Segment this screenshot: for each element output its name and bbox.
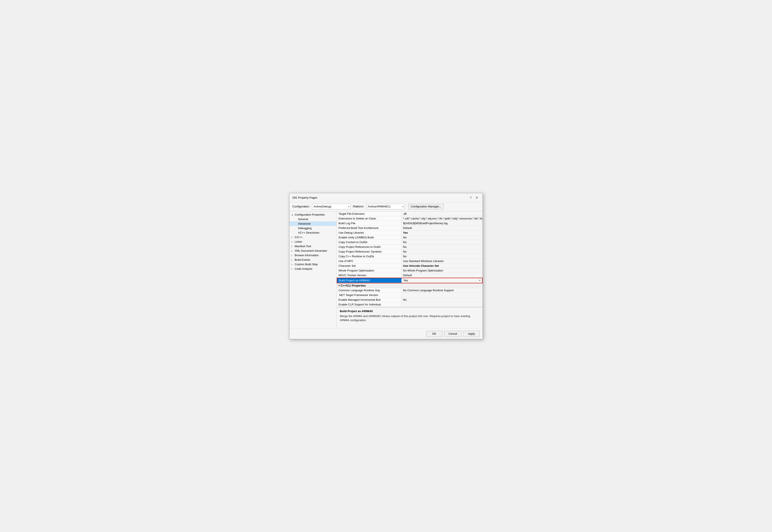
description-title: Build Project as ARM64X bbox=[340, 310, 480, 313]
prop-name-highlighted-14: Build Project as ARM64X bbox=[337, 278, 402, 283]
prop-row-18: Enable Managed Incremental BuilNo bbox=[337, 297, 483, 302]
section-value-15 bbox=[401, 283, 483, 288]
configuration-bar: Configuration: Active(Debug) Platform: A… bbox=[289, 202, 483, 211]
platform-select-wrapper: Active(ARM64EC) bbox=[366, 204, 405, 209]
expand-icon-10: ▷ bbox=[291, 259, 294, 261]
tree-item-0[interactable]: ▲Configuration Properties bbox=[289, 212, 336, 217]
prop-name-3: Preferred Build Tool Architecture bbox=[337, 226, 401, 230]
tree-item-5[interactable]: ▷C/C++ bbox=[289, 235, 336, 239]
tree-item-label-6: Linker bbox=[294, 240, 302, 243]
prop-value-4: Yes bbox=[401, 230, 483, 235]
apply-button[interactable]: Apply bbox=[464, 331, 480, 337]
prop-row-10: Use of MFCUse Standard Windows Libraries bbox=[337, 259, 483, 264]
prop-name-19: Enable CLR Support for Individual bbox=[337, 302, 401, 307]
prop-value-11: Use Unicode Character Set bbox=[401, 264, 483, 268]
prop-name-8: Copy Project References' Symbols bbox=[337, 249, 401, 254]
prop-row-5: Enable Unity (JUMBO) BuildNo bbox=[337, 235, 483, 240]
prop-value-0: .dll bbox=[401, 212, 483, 216]
left-panel-tree: ▲Configuration PropertiesGeneralAdvanced… bbox=[289, 212, 337, 328]
section-header-15: ▾C++/CLI Properties bbox=[337, 283, 483, 288]
property-pages-dialog: Dll1 Property Pages ? ✕ Configuration: A… bbox=[289, 193, 483, 339]
right-panel: Target File Extension.dllExtensions to D… bbox=[337, 212, 483, 328]
prop-row-2: Build Log File$(IntDir)$(MSBuildProjectN… bbox=[337, 221, 483, 226]
prop-value-highlighted-14[interactable]: Yes▾ bbox=[402, 278, 482, 283]
config-manager-button[interactable]: Configuration Manager... bbox=[409, 204, 444, 209]
prop-value-3: Default bbox=[401, 226, 483, 230]
prop-row-highlighted-14[interactable]: Build Project as ARM64XYes▾ bbox=[337, 278, 482, 283]
title-bar-buttons: ? ✕ bbox=[469, 195, 480, 200]
dropdown-arrow-14[interactable]: ▾ bbox=[479, 279, 481, 282]
close-button[interactable]: ✕ bbox=[474, 195, 480, 200]
config-label: Configuration: bbox=[292, 205, 310, 208]
tree-item-label-12: Code Analysis bbox=[294, 267, 312, 270]
prop-value-6: No bbox=[401, 240, 483, 244]
platform-label: Platform: bbox=[353, 205, 364, 208]
prop-value-13: Default bbox=[401, 273, 483, 277]
tree-item-9[interactable]: ▷Browse Information bbox=[289, 253, 336, 258]
prop-name-16: Common Language Runtime Sup bbox=[337, 288, 401, 293]
tree-item-6[interactable]: ▷Linker bbox=[289, 239, 336, 244]
prop-value-9: No bbox=[401, 254, 483, 259]
prop-value-17 bbox=[401, 293, 483, 297]
prop-name-2: Build Log File bbox=[337, 221, 401, 225]
button-bar: OK Cancel Apply bbox=[289, 328, 483, 339]
platform-select[interactable]: Active(ARM64EC) bbox=[366, 204, 405, 209]
prop-row-16: Common Language Runtime SupNo Common Lan… bbox=[337, 288, 483, 293]
tree-item-10[interactable]: ▷Build Events bbox=[289, 258, 336, 262]
prop-row-9: Copy C++ Runtime to OutDirNo bbox=[337, 254, 483, 259]
prop-name-7: Copy Project References to OutDi bbox=[337, 245, 401, 249]
cancel-button[interactable]: Cancel bbox=[444, 331, 462, 337]
tree-item-7[interactable]: ▷Manifest Tool bbox=[289, 244, 336, 248]
prop-row-4: Use Debug LibrariesYes bbox=[337, 230, 483, 235]
title-bar: Dll1 Property Pages ? ✕ bbox=[289, 193, 483, 202]
prop-row-0: Target File Extension.dll bbox=[337, 212, 483, 216]
highlighted-row-wrapper: Build Project as ARM64XYes▾ bbox=[337, 278, 483, 283]
main-area: ▲Configuration PropertiesGeneralAdvanced… bbox=[289, 211, 483, 328]
prop-value-8: No bbox=[401, 249, 483, 254]
expand-icon-7: ▷ bbox=[291, 245, 294, 247]
prop-row-3: Preferred Build Tool ArchitectureDefault bbox=[337, 226, 483, 230]
prop-name-4: Use Debug Libraries bbox=[337, 230, 401, 235]
tree-item-label-10: Build Events bbox=[294, 258, 310, 261]
tree-item-12[interactable]: ▷Code Analysis bbox=[289, 267, 336, 271]
prop-value-text-highlighted-14: Yes bbox=[404, 279, 408, 282]
prop-row-13: MSVC Toolset VersionDefault bbox=[337, 273, 483, 278]
tree-item-2[interactable]: Advanced bbox=[289, 221, 336, 226]
tree-item-3[interactable]: Debugging bbox=[289, 226, 336, 230]
prop-row-11: Character SetUse Unicode Character Set bbox=[337, 264, 483, 268]
prop-row-12: Whole Program OptimizationNo Whole Progr… bbox=[337, 268, 483, 273]
expand-icon-12: ▷ bbox=[291, 268, 294, 270]
prop-name-17: .NET Target Framework Version bbox=[337, 293, 401, 297]
prop-value-10: Use Standard Windows Libraries bbox=[401, 259, 483, 263]
tree-item-label-7: Manifest Tool bbox=[294, 245, 311, 248]
prop-row-6: Copy Content to OutDirNo bbox=[337, 240, 483, 245]
prop-row-8: Copy Project References' SymbolsNo bbox=[337, 249, 483, 254]
tree-item-8[interactable]: ▷XML Document Generator bbox=[289, 248, 336, 253]
help-button[interactable]: ? bbox=[469, 195, 473, 200]
properties-table: Target File Extension.dllExtensions to D… bbox=[337, 212, 483, 307]
tree-item-1[interactable]: General bbox=[289, 217, 336, 221]
prop-row-17: .NET Target Framework Version bbox=[337, 293, 483, 297]
tree-item-label-3: Debugging bbox=[298, 227, 311, 230]
prop-value-bold-11: Use Unicode Character Set bbox=[403, 264, 439, 267]
prop-value-7: No bbox=[401, 245, 483, 249]
config-select-wrapper: Active(Debug) bbox=[312, 204, 351, 209]
tree-item-label-1: General bbox=[298, 218, 308, 221]
tree-item-label-11: Custom Build Step bbox=[294, 263, 318, 266]
expand-icon-5: ▷ bbox=[291, 236, 294, 238]
prop-row-19: Enable CLR Support for Individual bbox=[337, 302, 483, 307]
prop-name-18: Enable Managed Incremental Buil bbox=[337, 297, 401, 302]
prop-name-12: Whole Program Optimization bbox=[337, 268, 401, 273]
ok-button[interactable]: OK bbox=[426, 331, 442, 337]
prop-name-5: Enable Unity (JUMBO) Build bbox=[337, 235, 401, 240]
tree-item-4[interactable]: VC++ Directories bbox=[289, 230, 336, 235]
config-select[interactable]: Active(Debug) bbox=[312, 204, 351, 209]
prop-row-7: Copy Project References to OutDiNo bbox=[337, 245, 483, 249]
prop-value-2: $(IntDir)$(MSBuildProjectName).log bbox=[401, 221, 483, 225]
prop-name-0: Target File Extension bbox=[337, 212, 401, 216]
prop-name-6: Copy Content to OutDir bbox=[337, 240, 401, 244]
prop-row-1: Extensions to Delete on Clean*.cdf;*.cac… bbox=[337, 216, 483, 221]
expand-icon-8: ▷ bbox=[291, 250, 294, 252]
section-expand-icon-15: ▾ bbox=[338, 284, 340, 287]
tree-item-11[interactable]: ▷Custom Build Step bbox=[289, 262, 336, 267]
